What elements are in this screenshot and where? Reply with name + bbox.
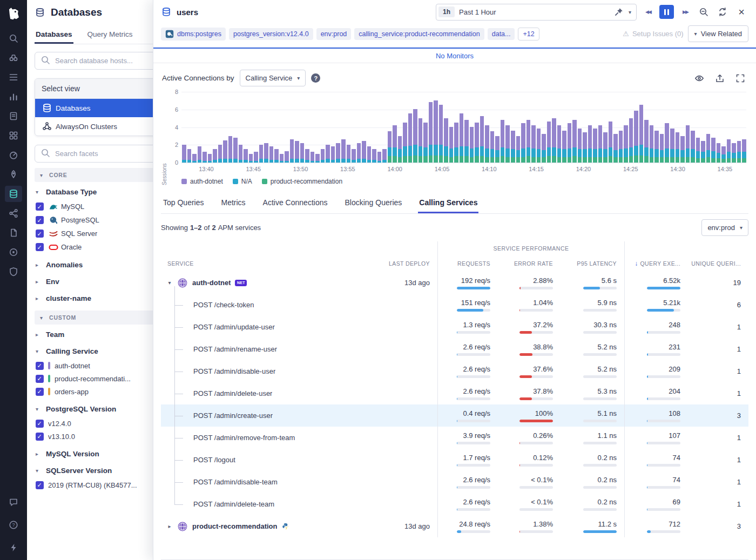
stacked-bar[interactable]	[572, 120, 577, 163]
facet-header[interactable]: ▾PostgreSQL Version	[35, 400, 171, 417]
datadog-logo[interactable]	[4, 4, 23, 23]
endpoint-row-post-logout[interactable]: POST /logout1.7 req/s0.12%0.2 ns741	[161, 449, 748, 471]
stacked-bar[interactable]	[696, 138, 700, 163]
help-icon[interactable]: ?	[311, 73, 320, 83]
view-selector-header[interactable]: Select view	[35, 79, 170, 99]
tag-calling-service-product-recommendation[interactable]: calling_service:product-recommendation	[354, 28, 484, 40]
checkbox-checked[interactable]	[36, 433, 44, 441]
stacked-bar[interactable]	[274, 149, 279, 163]
group-by-select[interactable]: Calling Service ▾	[240, 70, 306, 86]
stacked-bar[interactable]	[475, 123, 479, 163]
endpoint-row-post-check-token[interactable]: POST /check-token151 req/s1.04%5.9 ns5.2…	[161, 294, 748, 316]
dashboards-icon[interactable]	[5, 69, 22, 85]
help-icon[interactable]: ?	[5, 517, 22, 533]
fullscreen-icon[interactable]	[733, 71, 747, 85]
env-filter[interactable]: env:prod ▾	[701, 219, 748, 236]
close-icon[interactable]: ×	[734, 5, 748, 19]
facet-value-postgresql[interactable]: PostgreSQL	[36, 213, 171, 227]
endpoint-row-post-admin-delete-team[interactable]: POST /admin/delete-team2.6 req/s< 0.1%0.…	[161, 493, 748, 515]
facet-value-mysql[interactable]: MySQL	[36, 200, 171, 213]
stacked-bar[interactable]	[408, 113, 413, 163]
endpoint-row-post-admin-create-user[interactable]: POST /admin/create-user0.4 req/s100%5.1 …	[161, 404, 748, 427]
tag-dbms-postgres[interactable]: dbms:postgres	[161, 28, 226, 41]
stacked-bar[interactable]	[691, 131, 695, 163]
stacked-bar[interactable]	[593, 129, 597, 163]
stacked-bar[interactable]	[449, 127, 454, 163]
stacked-bar[interactable]	[490, 131, 495, 163]
stacked-bar[interactable]	[295, 141, 299, 163]
stacked-bar[interactable]	[717, 143, 721, 163]
stacked-bar[interactable]	[609, 122, 613, 163]
stacked-bar[interactable]	[249, 154, 253, 163]
facet-value-v13-10-0[interactable]: v13.10.0	[36, 430, 171, 443]
sidebar-tab-query-metrics[interactable]: Query Metrics	[86, 26, 134, 44]
stacked-bar[interactable]	[505, 125, 510, 163]
checkbox-checked[interactable]	[36, 243, 44, 251]
stacked-bar[interactable]	[259, 145, 264, 163]
col-query-executions[interactable]: ↓ QUERY EXE...	[624, 255, 688, 272]
view-related-button[interactable]: ▾ View Related	[688, 25, 748, 42]
facet-header[interactable]: ▸Anomalies	[35, 256, 171, 273]
search-icon[interactable]	[5, 30, 22, 46]
checkbox-checked[interactable]	[36, 216, 44, 224]
stacked-bar[interactable]	[480, 116, 484, 163]
stacked-bar[interactable]	[202, 152, 207, 163]
stacked-bar[interactable]	[531, 125, 536, 163]
tag-data-[interactable]: data...	[488, 28, 515, 40]
pause-button[interactable]	[659, 5, 674, 19]
stacked-bar[interactable]	[588, 125, 592, 163]
stacked-bar[interactable]	[619, 131, 623, 163]
stacked-bar[interactable]	[310, 152, 315, 163]
stacked-bar[interactable]	[321, 149, 325, 163]
endpoint-row-post-admin-disable-user[interactable]: POST /admin/disable-user2.6 req/s37.6%5.…	[161, 360, 748, 382]
facet-header[interactable]: ▸MySQL Version	[35, 445, 171, 462]
stacked-bar[interactable]	[511, 131, 515, 163]
stacked-bar[interactable]	[388, 131, 392, 163]
stacked-bar[interactable]	[578, 129, 582, 163]
view-option-alwayson-clusters[interactable]: AlwaysOn Clusters	[35, 117, 170, 136]
export-icon[interactable]	[713, 71, 727, 85]
stacked-bar[interactable]	[315, 154, 320, 163]
stacked-bar[interactable]	[290, 139, 294, 163]
stacked-bar[interactable]	[444, 118, 448, 163]
stacked-bar[interactable]	[613, 134, 618, 163]
stacked-bar[interactable]	[244, 149, 248, 163]
stacked-bar[interactable]	[208, 154, 212, 163]
stacked-bar[interactable]	[413, 109, 417, 163]
endpoint-row-post-admin-rename-user[interactable]: POST /admin/rename-user2.6 req/s38.8%5.2…	[161, 338, 748, 360]
stacked-bar[interactable]	[552, 118, 556, 163]
col-unique-queries[interactable]: UNIQUE QUERI...	[688, 255, 748, 272]
stacked-bar[interactable]	[542, 134, 546, 163]
watch-icon[interactable]	[692, 71, 706, 85]
no-monitors-link[interactable]: No Monitors	[153, 49, 756, 63]
tag--12[interactable]: +12	[518, 28, 539, 41]
stacked-bar[interactable]	[732, 143, 736, 163]
tag-postgres-version-v12-4-0[interactable]: postgres_version:v12.4.0	[229, 28, 313, 40]
stacked-bar[interactable]	[603, 132, 608, 163]
stacked-bar[interactable]	[357, 143, 361, 163]
stacked-bar[interactable]	[429, 102, 433, 163]
stacked-bar[interactable]	[439, 105, 443, 163]
security-icon[interactable]	[5, 264, 22, 280]
stacked-bar[interactable]	[228, 136, 233, 163]
endpoint-row-post-admin-update-user[interactable]: POST /admin/update-user1.3 req/s37.2%30.…	[161, 316, 748, 338]
stacked-bar[interactable]	[377, 152, 382, 163]
tab-metrics[interactable]: Metrics	[220, 193, 246, 213]
logs-icon[interactable]	[5, 225, 22, 241]
stacked-bar[interactable]	[362, 141, 366, 163]
stacked-bar[interactable]	[305, 149, 309, 163]
facet-header[interactable]: ▸Team	[35, 326, 171, 342]
pin-icon[interactable]	[613, 6, 624, 17]
endpoint-row-post-admin-disable-team[interactable]: POST /admin/disable-team2.6 req/s< 0.1%0…	[161, 471, 748, 493]
view-option-databases[interactable]: Databases	[35, 99, 170, 117]
stacked-bar[interactable]	[501, 120, 505, 163]
facet-value-orders-app[interactable]: orders-app	[36, 385, 171, 398]
stacked-bar[interactable]	[644, 120, 649, 163]
host-search[interactable]	[35, 52, 158, 70]
facet-header[interactable]: ▾SQLServer Version	[35, 462, 171, 478]
stacked-bar[interactable]	[568, 123, 572, 163]
stacked-bar[interactable]	[352, 149, 356, 163]
stacked-bar[interactable]	[213, 149, 217, 163]
legend-item-product-recommendation[interactable]: product-recommendation	[262, 178, 342, 185]
chart-plot-area[interactable]: 86420	[181, 92, 746, 163]
